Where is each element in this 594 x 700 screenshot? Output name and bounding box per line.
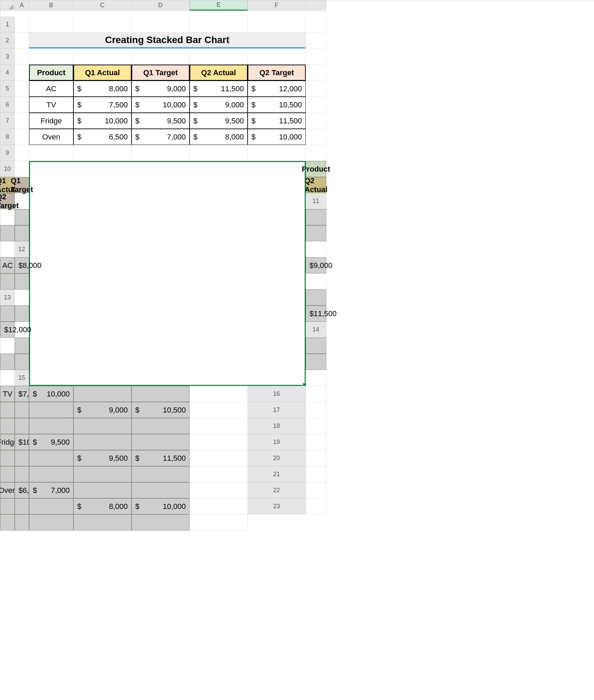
t2-r21-e[interactable]	[73, 482, 132, 498]
cell-A1[interactable]	[15, 16, 29, 32]
t2-r16-d[interactable]	[29, 402, 73, 418]
t1-r3-c3[interactable]: $10,000	[248, 129, 306, 145]
t2-r23-f[interactable]	[132, 514, 190, 530]
cell-D3[interactable]	[132, 49, 190, 65]
row-header-11[interactable]: 11	[306, 193, 326, 209]
row-header-15[interactable]: 15	[15, 370, 29, 386]
t2-r14-b[interactable]	[15, 338, 29, 354]
t2-r11-f[interactable]	[306, 225, 326, 241]
t1-r0-c3[interactable]: $12,000	[248, 81, 306, 97]
cell-G12[interactable]	[306, 273, 326, 290]
t2-r21-f[interactable]	[132, 482, 190, 498]
t2-r23-b[interactable]	[0, 514, 15, 530]
col-header-E[interactable]: E	[190, 0, 248, 11]
t1-r1-c3[interactable]: $10,500	[248, 97, 306, 113]
t1-h-product[interactable]: Product	[29, 65, 73, 81]
cell-G9[interactable]	[306, 145, 326, 161]
t1-r2-c1[interactable]: $9,500	[132, 113, 190, 129]
cell-C3[interactable]	[73, 49, 132, 65]
t2-g2-q1t[interactable]: $9,500	[29, 434, 73, 450]
cell-G3[interactable]	[306, 49, 326, 65]
row-header-6[interactable]: 6	[0, 97, 15, 113]
t2-r20-e[interactable]	[73, 466, 132, 482]
t2-r17-b[interactable]	[0, 418, 15, 434]
row-header-3[interactable]: 3	[0, 49, 15, 65]
cell-G4[interactable]	[306, 65, 326, 81]
t2-r19-c[interactable]	[15, 450, 29, 466]
cell-G19[interactable]	[190, 450, 248, 466]
t2-r13-d[interactable]	[15, 306, 29, 322]
t2-r13-b[interactable]	[306, 290, 326, 306]
t2-r11-d[interactable]	[0, 225, 15, 241]
t1-r3-c2[interactable]: $8,000	[190, 129, 248, 145]
t1-r0-product[interactable]: AC	[29, 81, 73, 97]
t1-h-q1actual[interactable]: Q1 Actual	[73, 65, 132, 81]
cell-G11[interactable]	[0, 241, 15, 257]
t2-g0-q2t[interactable]: $12,000	[0, 322, 15, 338]
cell-A19[interactable]	[306, 434, 326, 450]
t1-r2-c3[interactable]: $11,500	[248, 113, 306, 129]
t2-r22-d[interactable]	[29, 498, 73, 514]
t2-r23-d[interactable]	[29, 514, 73, 530]
cell-A22[interactable]	[306, 482, 326, 498]
t1-r0-c1[interactable]: $9,000	[132, 81, 190, 97]
t2-g2-q1a[interactable]: $10,000	[15, 434, 29, 450]
row-header-2[interactable]: 2	[0, 32, 15, 49]
cell-A5[interactable]	[15, 81, 29, 97]
row-header-23[interactable]: 23	[248, 498, 306, 514]
row-header-22[interactable]: 22	[248, 482, 306, 498]
t2-r17-e[interactable]	[73, 418, 132, 434]
t2-r22-c[interactable]	[15, 498, 29, 514]
t2-r11-e[interactable]	[15, 225, 29, 241]
cell-A16[interactable]	[306, 386, 326, 402]
cell-G23[interactable]	[190, 514, 248, 530]
col-header-D[interactable]: D	[132, 0, 190, 11]
t1-h-q1target[interactable]: Q1 Target	[132, 65, 190, 81]
t2-g1-product[interactable]: TV	[0, 386, 15, 402]
cell-G18[interactable]	[190, 434, 248, 450]
t2-g1-q2t[interactable]: $10,500	[132, 402, 190, 418]
col-header-blank[interactable]	[306, 0, 326, 11]
cell-E1[interactable]	[190, 16, 248, 32]
cell-A12[interactable]	[306, 241, 326, 257]
t2-r14-f[interactable]	[306, 354, 326, 370]
cell-G10[interactable]	[15, 193, 29, 209]
t2-g3-product[interactable]: Oven	[0, 482, 15, 498]
t2-h-q2actual[interactable]: Q2 Actual	[306, 177, 326, 193]
cell-G21[interactable]	[190, 482, 248, 498]
cell-G17[interactable]	[190, 418, 248, 434]
t2-r12-f[interactable]	[15, 273, 29, 290]
t1-r3-c1[interactable]: $7,000	[132, 129, 190, 145]
t2-h-product[interactable]: Product	[306, 161, 326, 177]
t2-g0-q2a[interactable]: $11,500	[306, 306, 326, 322]
t1-r0-c0[interactable]: $8,000	[73, 81, 132, 97]
row-header-19[interactable]: 19	[248, 434, 306, 450]
t2-r23-e[interactable]	[73, 514, 132, 530]
t2-g3-q1a[interactable]: $6,500	[15, 482, 29, 498]
t2-r15-f[interactable]	[132, 386, 190, 402]
cell-A23[interactable]	[306, 498, 326, 514]
row-header-1[interactable]: 1	[0, 16, 15, 32]
row-header-14[interactable]: 14	[306, 322, 326, 338]
t2-r11-c[interactable]	[306, 209, 326, 225]
t1-r3-product[interactable]: Oven	[29, 129, 73, 145]
cell-D1[interactable]	[132, 16, 190, 32]
t2-r14-d[interactable]	[0, 354, 15, 370]
t2-r16-b[interactable]	[0, 402, 15, 418]
t2-r17-f[interactable]	[132, 418, 190, 434]
row-header-10[interactable]: 10	[0, 161, 15, 177]
cell-A11[interactable]	[0, 209, 15, 225]
t2-r13-c[interactable]	[0, 306, 15, 322]
cell-A18[interactable]	[306, 418, 326, 434]
t2-r17-d[interactable]	[29, 418, 73, 434]
t2-r20-d[interactable]	[29, 466, 73, 482]
cell-A2[interactable]	[15, 32, 29, 49]
cell-G15[interactable]	[190, 386, 248, 402]
cell-A13[interactable]	[15, 290, 29, 306]
cell-G5[interactable]	[306, 81, 326, 97]
t2-r15-e[interactable]	[73, 386, 132, 402]
t2-g3-q2a[interactable]: $8,000	[73, 498, 132, 514]
t1-r1-product[interactable]: TV	[29, 97, 73, 113]
row-header-20[interactable]: 20	[248, 450, 306, 466]
t2-g0-q1t[interactable]: $9,000	[306, 257, 326, 273]
